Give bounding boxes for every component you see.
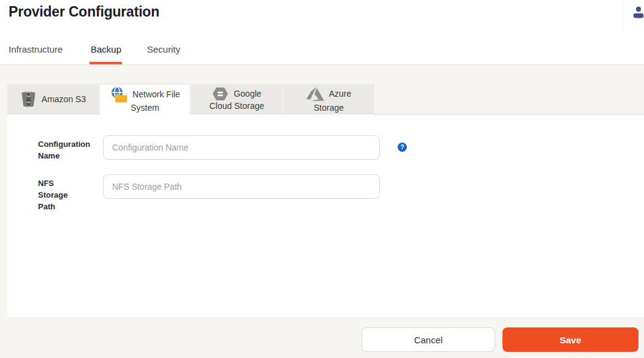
- user-icon: [632, 12, 644, 21]
- provider-tab-label: Azure: [329, 89, 352, 99]
- configuration-name-label: Configuration Name: [38, 135, 83, 162]
- google-cloud-storage-icon: [212, 87, 229, 101]
- form-row-configuration-name: Configuration Name ?: [38, 135, 407, 162]
- save-button[interactable]: Save: [502, 327, 638, 352]
- form-row-nfs-storage-path: NFS Storage Path: [38, 174, 380, 212]
- nfs-storage-path-label: NFS Storage Path: [38, 174, 83, 212]
- provider-tab-label-line2: System: [131, 103, 159, 113]
- page-title: Provider Configuration: [9, 4, 159, 20]
- user-menu-button[interactable]: [632, 6, 644, 19]
- nfs-storage-path-input[interactable]: [103, 174, 380, 199]
- cancel-button[interactable]: Cancel: [362, 327, 495, 352]
- footer-action-bar: Cancel Save: [0, 317, 644, 358]
- amazon-s3-icon: [20, 91, 37, 108]
- help-icon[interactable]: ?: [398, 143, 407, 152]
- provider-tab-google-cloud-storage[interactable]: Google Cloud Storage: [191, 84, 282, 114]
- tab-backup[interactable]: Backup: [91, 44, 121, 54]
- provider-tab-label: Network File: [132, 89, 180, 100]
- header: Provider Configuration Infrastructure Ba…: [0, 0, 644, 65]
- tab-infrastructure[interactable]: Infrastructure: [9, 44, 63, 54]
- provider-tab-strip: Amazon S3: [7, 84, 644, 114]
- configuration-name-input[interactable]: [103, 135, 380, 160]
- tab-security[interactable]: Security: [147, 44, 180, 54]
- azure-storage-icon: [306, 85, 324, 103]
- page-body: Amazon S3: [0, 65, 644, 358]
- provider-tab-label: Google: [233, 89, 261, 99]
- provider-tab-network-file-system[interactable]: Network File System: [99, 84, 191, 115]
- provider-configuration-screen: Provider Configuration Infrastructure Ba…: [0, 0, 644, 358]
- provider-tab-label-line2: Storage: [314, 103, 344, 113]
- network-file-system-icon: [110, 86, 127, 103]
- header-divider: [623, 0, 623, 31]
- provider-tab-amazon-s3[interactable]: Amazon S3: [7, 84, 99, 114]
- provider-tab-azure-storage[interactable]: Azure Storage: [283, 84, 374, 114]
- provider-tab-label-line2: Cloud Storage: [210, 101, 265, 111]
- provider-config-panel: Configuration Name ? NFS Storage Path: [7, 115, 644, 317]
- active-tab-underline: [89, 62, 122, 64]
- provider-tab-label: Amazon S3: [42, 94, 86, 105]
